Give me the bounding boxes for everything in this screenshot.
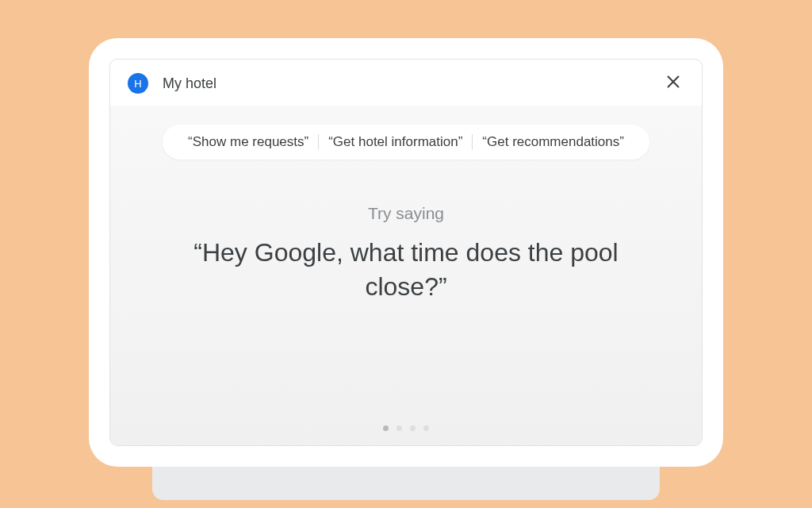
pager-dot[interactable]	[423, 425, 429, 431]
suggestion-chip-bar: “Show me requests” “Get hotel informatio…	[163, 125, 649, 160]
avatar-letter: H	[134, 78, 141, 90]
content-area: “Show me requests” “Get hotel informatio…	[110, 106, 702, 445]
close-button[interactable]	[662, 72, 684, 94]
suggestion-chip[interactable]: “Get hotel information”	[319, 133, 472, 152]
example-phrase: “Hey Google, what time does the pool clo…	[168, 236, 644, 304]
pager	[383, 425, 429, 434]
close-icon	[665, 73, 682, 94]
pager-dot[interactable]	[410, 425, 416, 431]
hotel-avatar: H	[128, 73, 148, 94]
screen: H My hotel “Show me requests” “Get hotel…	[109, 59, 703, 446]
page-title: My hotel	[163, 75, 662, 92]
pager-dot[interactable]	[383, 425, 389, 431]
pager-dot[interactable]	[396, 425, 402, 431]
suggestion-chip[interactable]: “Get recommendations”	[473, 133, 634, 152]
try-label: Try saying	[368, 204, 444, 223]
suggestion-chip[interactable]: “Show me requests”	[178, 133, 318, 152]
header-bar: H My hotel	[110, 60, 702, 106]
device-frame: H My hotel “Show me requests” “Get hotel…	[89, 38, 723, 467]
